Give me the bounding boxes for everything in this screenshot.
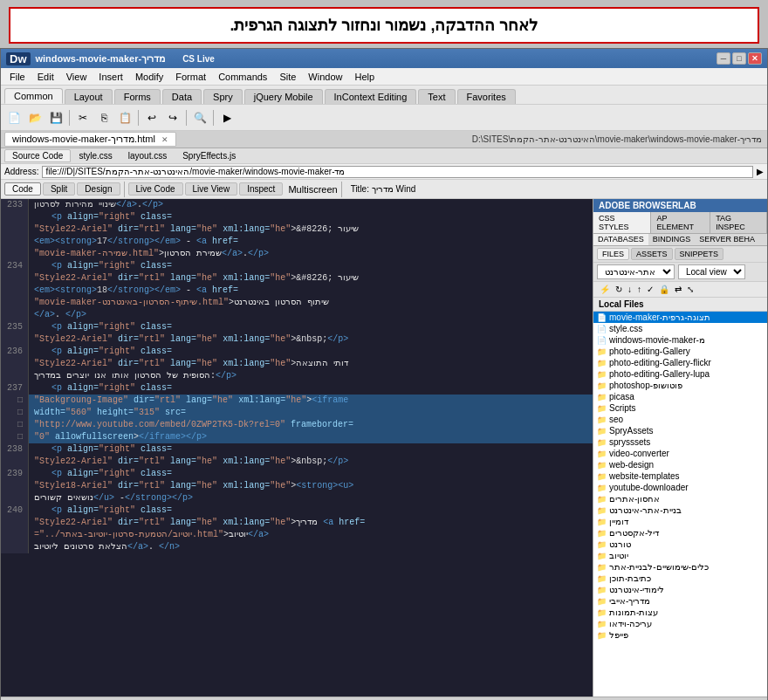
tab-layout[interactable]: Layout	[65, 89, 113, 104]
close-tab-icon[interactable]: ✕	[161, 135, 168, 144]
view-design-button[interactable]: Design	[77, 182, 120, 196]
snippets-tab[interactable]: SNIPPETS	[675, 248, 724, 260]
menu-modify[interactable]: Modify	[130, 71, 168, 83]
address-go-icon[interactable]: ▶	[757, 167, 764, 176]
files-toolbar-connect[interactable]: ⚡	[597, 284, 613, 295]
menu-window[interactable]: Window	[303, 71, 347, 83]
menu-view[interactable]: View	[61, 71, 93, 83]
tree-item-picasa[interactable]: 📁 picasa	[593, 391, 767, 402]
tree-item-spryassets[interactable]: 📁 SpryAssets	[593, 425, 767, 436]
menu-insert[interactable]: Insert	[93, 71, 128, 83]
tree-item-photoshop[interactable]: 📁 photoshop-פוטושופ	[593, 380, 767, 391]
tree-item-web-design[interactable]: 📁 web-design	[593, 459, 767, 470]
tree-item-sprysssets[interactable]: 📁 sprysssets	[593, 436, 767, 448]
tree-item-building[interactable]: 📁 בניית-אתר-אינטרנט	[593, 504, 767, 516]
maximize-button[interactable]: □	[732, 52, 746, 65]
tab-forms[interactable]: Forms	[114, 89, 161, 104]
paste-button[interactable]: 📋	[115, 108, 134, 127]
secondary-tabs: Source Code style.css layout.css SpryEff…	[1, 148, 767, 164]
tag-inspector-tab[interactable]: TAG INSPEC	[710, 212, 767, 233]
ap-element-tab[interactable]: AP ELEMENT	[651, 212, 710, 233]
menu-file[interactable]: File	[4, 71, 31, 83]
find-button[interactable]: 🔍	[190, 108, 209, 127]
tree-item-content[interactable]: 📁 כתיבת-תוכן	[593, 573, 767, 584]
tree-item-lessons[interactable]: 📁 לימודי-אינטרנט	[593, 584, 767, 595]
site-selector[interactable]: אתר-אינטרנט	[597, 264, 675, 279]
files-toolbar-sync[interactable]: ⇄	[672, 284, 684, 295]
tree-item-scripts[interactable]: 📁 Scripts	[593, 402, 767, 414]
files-toolbar-put[interactable]: ↑	[634, 284, 644, 295]
menu-edit[interactable]: Edit	[32, 71, 59, 83]
folder-icon: 📁	[597, 427, 607, 436]
tree-item-seo[interactable]: 📁 seo	[593, 414, 767, 425]
files-toolbar-refresh[interactable]: ↻	[613, 284, 625, 295]
tree-item-youtube[interactable]: 📁 יוטיוב	[593, 550, 767, 561]
tab-layout-css[interactable]: layout.css	[120, 149, 175, 162]
tab-incontext[interactable]: InContext Editing	[325, 89, 417, 104]
tree-item-tools[interactable]: 📁 כלים-שימושיים-לבניית-אתר	[593, 561, 767, 573]
files-toolbar-lock[interactable]: 🔒	[656, 284, 672, 295]
menu-help[interactable]: Help	[349, 71, 380, 83]
tree-item-youtube-dl[interactable]: 📁 youtube-downloader	[593, 482, 767, 493]
tree-item-video[interactable]: 📁 video-converter	[593, 448, 767, 459]
files-toolbar-check[interactable]: ✓	[644, 284, 656, 295]
close-button[interactable]: ✕	[748, 52, 762, 65]
tab-jquery[interactable]: jQuery Mobile	[244, 89, 323, 104]
redo-button[interactable]: ↪	[163, 108, 182, 127]
tab-text[interactable]: Text	[418, 89, 455, 104]
tree-item-ebay[interactable]: 📁 מדריך-אייבי	[593, 595, 767, 607]
files-tab[interactable]: FILES	[597, 248, 629, 260]
tree-item-photos[interactable]: 📁 עצות-תמונות	[593, 607, 767, 618]
view-code-button[interactable]: Code	[4, 182, 41, 196]
undo-button[interactable]: ↩	[142, 108, 161, 127]
inspect-button[interactable]: Inspect	[239, 182, 283, 196]
live-view-button[interactable]: Live View	[185, 182, 238, 196]
preview-button[interactable]: ▶	[217, 108, 237, 127]
tab-data[interactable]: Data	[162, 89, 202, 104]
bindings-subtab[interactable]: BINDINGS	[648, 234, 696, 245]
menu-site[interactable]: Site	[274, 71, 301, 83]
tab-favorites[interactable]: Favorites	[457, 89, 516, 104]
tab-spryeffects[interactable]: SpryEffects.js	[175, 149, 243, 162]
copy-button[interactable]: ⎘	[94, 108, 113, 127]
menu-commands[interactable]: Commands	[213, 71, 272, 83]
tree-item-deal[interactable]: 📁 דיל-אקסטרים	[593, 527, 767, 539]
css-styles-tab[interactable]: CSS STYLES	[593, 212, 651, 233]
tree-item-domain[interactable]: 📁 דומיין	[593, 516, 767, 527]
files-toolbar-get[interactable]: ↓	[625, 284, 634, 295]
folder-icon: 📁	[597, 608, 607, 617]
multiscreen-button[interactable]: Multiscreen	[288, 184, 337, 195]
databases-subtab[interactable]: DATABASES	[593, 234, 648, 245]
tree-item-gallery[interactable]: 📁 photo-editing-Gallery	[593, 346, 767, 357]
tab-style-css[interactable]: style.css	[71, 149, 120, 162]
view-selector[interactable]: Local view	[678, 264, 745, 279]
tree-item-gallery-flickr[interactable]: 📁 photo-editing-Gallery-flickr	[593, 357, 767, 368]
file-tab-main[interactable]: windows-movie-maker-מדריך.html ✕	[4, 132, 176, 147]
tab-common[interactable]: Common	[4, 88, 63, 104]
tree-item-style[interactable]: 📄 style.css	[593, 323, 767, 334]
assets-tab[interactable]: ASSETS	[631, 248, 673, 260]
tree-item-gallery-lupa[interactable]: 📁 photo-editing-Gallery-lupa	[593, 368, 767, 380]
server-subtab[interactable]: SERVER BEHA	[695, 234, 759, 245]
tree-item-windows-mm[interactable]: 📄 windows-movie-maker-מ	[593, 334, 767, 346]
tree-item-paypal[interactable]: 📁 פייפל	[593, 629, 767, 641]
tree-item-hosting[interactable]: 📁 אחסון-אתרים	[593, 493, 767, 504]
menu-format[interactable]: Format	[170, 71, 211, 83]
files-toolbar-expand[interactable]: ⤡	[684, 284, 696, 295]
view-split-button[interactable]: Split	[43, 182, 75, 196]
tree-item-movie-maker[interactable]: 📄 movie-maker-תצוגה-גרפית	[593, 312, 767, 323]
save-button[interactable]: 💾	[46, 108, 65, 127]
address-input[interactable]	[42, 166, 753, 178]
live-code-button[interactable]: Live Code	[128, 182, 183, 196]
cut-button[interactable]: ✂	[73, 108, 93, 127]
tab-spry[interactable]: Spry	[203, 89, 243, 104]
tree-item-video-edit[interactable]: 📁 עריכה-וידאו	[593, 618, 767, 629]
tree-item-website-templates[interactable]: 📁 website-templates	[593, 470, 767, 482]
right-panel: ADOBE BROWSERLAB CSS STYLES AP ELEMENT T…	[593, 199, 767, 697]
minimize-button[interactable]: ─	[717, 52, 730, 65]
tab-source-code[interactable]: Source Code	[4, 149, 71, 162]
code-editor[interactable]: 233 שינויי מהירות לסרטון</a>.</p> <p ali…	[1, 199, 593, 697]
new-button[interactable]: 📄	[4, 108, 24, 127]
tree-item-torrent[interactable]: 📁 טורנט	[593, 539, 767, 550]
open-button[interactable]: 📂	[25, 108, 45, 127]
